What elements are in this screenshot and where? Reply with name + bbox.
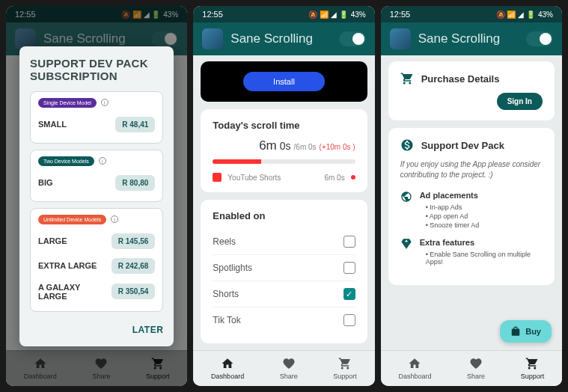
purchase-details-card: Purchase Details Sign In xyxy=(388,61,555,120)
content-area: Purchase Details Sign In Support Dev Pac… xyxy=(381,55,562,350)
subscription-dialog: SUPPORT DEV PACK SUBSCRIPTION Single Dev… xyxy=(19,46,174,346)
tier-group: Two Device ModelsiBIGR 80,80 xyxy=(30,150,163,202)
scroll-time-card: Today's scroll time 6m 0s /6m 0s (+10m 0… xyxy=(201,109,367,192)
ads-list: In-app AdsApp open AdSnooze timer Ad xyxy=(420,203,480,229)
support-dev-card: Support Dev Pack If you enjoy using the … xyxy=(388,128,555,285)
cart-icon xyxy=(338,357,352,372)
clock: 12:55 xyxy=(202,10,223,19)
support-icon xyxy=(400,138,414,152)
nav-dashboard[interactable]: Dashboard xyxy=(205,354,250,383)
tier-name: LARGE xyxy=(38,236,67,245)
later-button[interactable]: LATER xyxy=(132,325,164,335)
checkbox[interactable] xyxy=(343,236,355,248)
list-item: In-app Ads xyxy=(426,203,480,211)
app-logo-icon xyxy=(390,28,411,49)
diamond-icon xyxy=(400,238,412,250)
tier-name: EXTRA LARGE xyxy=(38,261,97,270)
active-dot-icon xyxy=(351,175,355,180)
heart-icon xyxy=(469,357,483,372)
tier-name: A GALAXY LARGE xyxy=(38,283,112,301)
nav-share[interactable]: Share xyxy=(461,354,491,383)
tier-price: R 145,56 xyxy=(112,233,156,249)
scroll-progress xyxy=(213,159,355,164)
tier-price: R 242,68 xyxy=(112,258,156,274)
cart-icon xyxy=(525,357,539,372)
tier-price: R 48,41 xyxy=(115,117,155,132)
tier-group: Single Device ModeliSMALLR 48,41 xyxy=(30,91,163,144)
status-bar: 12:55 🔕 📶 ◢ 🔋43% xyxy=(193,6,374,22)
app-header: Sane Scrolling xyxy=(193,22,374,55)
home-icon xyxy=(408,357,421,372)
tier-price: R 80,80 xyxy=(115,175,155,191)
support-title: Support Dev Pack xyxy=(421,140,504,151)
tier-name: SMALL xyxy=(38,120,67,129)
tier-row[interactable]: BIGR 80,80 xyxy=(38,171,155,195)
nav-support[interactable]: Support xyxy=(515,354,551,383)
enable-row[interactable]: Tik Tok xyxy=(213,307,355,333)
enable-row[interactable]: Reels xyxy=(213,229,355,255)
nav-share[interactable]: Share xyxy=(274,354,304,383)
info-icon[interactable]: i xyxy=(101,99,109,106)
globe-icon xyxy=(400,191,412,203)
ads-title: Ad placements xyxy=(420,191,480,200)
enabled-title: Enabled on xyxy=(213,210,355,221)
nav-dashboard[interactable]: Dashboard xyxy=(392,354,437,383)
install-card: Install xyxy=(201,61,367,102)
master-toggle[interactable] xyxy=(339,31,366,46)
extra-title: Extra features xyxy=(420,238,543,247)
app-title: Sane Scrolling xyxy=(230,31,331,46)
list-item: Enable Sane Scrolling on multiple Apps! xyxy=(426,251,543,266)
content-area: Install Today's scroll time 6m 0s /6m 0s… xyxy=(193,55,374,350)
tier-group: Unlimited Device ModelsiLARGER 145,56EXT… xyxy=(30,208,163,312)
tier-name: BIG xyxy=(38,178,53,187)
tier-badge: Single Device Model xyxy=(38,98,97,108)
enable-row[interactable]: Shorts✓ xyxy=(213,281,355,307)
clock: 12:55 xyxy=(390,10,411,19)
purchase-title: Purchase Details xyxy=(421,73,500,85)
master-toggle[interactable] xyxy=(526,31,553,46)
info-icon[interactable]: i xyxy=(99,157,106,165)
bottom-nav: Dashboard Share Support xyxy=(381,350,562,386)
checkbox[interactable] xyxy=(343,262,355,274)
tier-price: R 350,54 xyxy=(112,284,156,299)
signin-button[interactable]: Sign In xyxy=(497,93,543,110)
app-title: Sane Scrolling xyxy=(418,31,519,46)
tier-badge: Two Device Models xyxy=(38,156,94,166)
status-icons: 🔕 📶 ◢ 🔋43% xyxy=(308,10,365,19)
tier-row[interactable]: A GALAXY LARGER 350,54 xyxy=(38,278,155,305)
tier-row[interactable]: SMALLR 48,41 xyxy=(38,112,155,137)
extras-list: Enable Sane Scrolling on multiple Apps! xyxy=(420,251,543,266)
phone-dashboard: 12:55 🔕 📶 ◢ 🔋43% Sane Scrolling Install … xyxy=(193,6,374,386)
info-icon[interactable]: i xyxy=(111,215,118,223)
checkbox[interactable] xyxy=(343,314,355,326)
tier-row[interactable]: EXTRA LARGER 242,68 xyxy=(38,254,155,278)
status-bar: 12:55 🔕 📶 ◢ 🔋43% xyxy=(381,6,562,22)
support-text: If you enjoy using the App please consid… xyxy=(400,159,543,180)
heart-icon xyxy=(282,357,296,372)
enable-label: Tik Tok xyxy=(213,315,240,325)
dialog-title: SUPPORT DEV PACK SUBSCRIPTION xyxy=(30,57,163,82)
install-button[interactable]: Install xyxy=(243,72,325,91)
bottom-nav: Dashboard Share Support xyxy=(193,350,374,386)
modal-overlay[interactable]: SUPPORT DEV PACK SUBSCRIPTION Single Dev… xyxy=(6,6,187,386)
list-item: App open Ad xyxy=(426,212,480,220)
status-icons: 🔕 📶 ◢ 🔋43% xyxy=(496,10,553,19)
cart-icon xyxy=(400,72,414,85)
home-icon xyxy=(221,357,234,372)
scroll-time-value: 6m 0s /6m 0s (+10m 0s ) xyxy=(213,138,355,153)
buy-button[interactable]: Buy xyxy=(500,320,552,343)
enable-label: Spotlights xyxy=(213,263,252,273)
checkbox[interactable]: ✓ xyxy=(343,288,355,300)
phone-subscription-dialog: 12:55 🔕 📶 ◢ 🔋43% Sane Scrolling Dashboar… xyxy=(6,6,187,386)
enable-label: Reels xyxy=(213,236,236,247)
bag-icon xyxy=(510,326,521,337)
tier-row[interactable]: LARGER 145,56 xyxy=(38,229,155,254)
enable-label: Shorts xyxy=(213,289,239,299)
enable-row[interactable]: Spotlights xyxy=(213,255,355,281)
youtube-icon xyxy=(213,173,222,182)
app-header: Sane Scrolling xyxy=(381,22,562,55)
app-logo-icon xyxy=(202,28,223,49)
nav-support[interactable]: Support xyxy=(327,354,363,383)
tier-badge: Unlimited Device Models xyxy=(38,215,106,224)
scroll-time-title: Today's scroll time xyxy=(213,120,355,131)
